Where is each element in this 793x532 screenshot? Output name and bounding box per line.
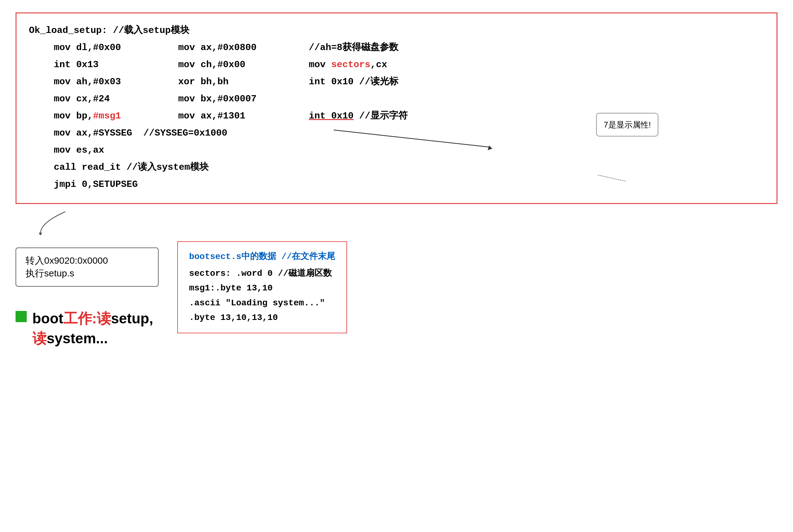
- col3-r5: int 0x10 //显示字符: [309, 108, 408, 124]
- col1-r2: int 0x13: [54, 57, 178, 73]
- boot-black: boot: [32, 310, 63, 326]
- left-callout-line1: 转入0x9020:0x0000: [25, 254, 149, 267]
- code-row-2: int 0x13 mov ch,#0x00 mov sectors,cx: [29, 57, 764, 73]
- int-0x10-display: int 0x10: [309, 111, 354, 121]
- boot-setup: setup,: [111, 310, 153, 326]
- col2-r4: mov bx,#0x0007: [178, 91, 309, 107]
- call-read-line: call read_it //读入system模块: [29, 159, 764, 175]
- jmpi-line: jmpi 0,SETUPSEG: [29, 177, 764, 192]
- code-row-1: mov dl,#0x00 mov ax,#0x0800 //ah=8获得磁盘参数: [29, 40, 764, 56]
- col1-r4: mov cx,#24: [54, 91, 178, 107]
- callout-7-box: 7是显示属性!: [596, 113, 658, 136]
- main-code-block: Ok_load_setup: //载入setup模块 mov dl,#0x00 …: [16, 13, 777, 204]
- bottom-section: 转入0x9020:0x0000 执行setup.s boot工作:读setup,…: [16, 216, 777, 348]
- data-box-line1: sectors: .word 0 //磁道扇区数: [189, 266, 335, 281]
- col3-r3: int 0x10 //读光标: [309, 74, 398, 90]
- col2-r5: mov ax,#1301: [178, 108, 309, 124]
- data-box-line4: .byte 13,10,13,10: [189, 310, 335, 325]
- svg-marker-3: [39, 232, 42, 235]
- data-box: bootsect.s中的数据 //在文件末尾 sectors: .word 0 …: [177, 241, 347, 333]
- green-square-icon: [16, 311, 27, 322]
- code-row-4: mov cx,#24 mov bx,#0x0007: [29, 91, 764, 107]
- boot-bullet-text: boot工作:读setup, 读system...: [32, 308, 153, 348]
- col1-r3: mov ah,#0x03: [54, 74, 178, 90]
- col2-r3: xor bh,bh: [178, 74, 309, 90]
- sectors-keyword: sectors: [331, 59, 371, 70]
- left-callout-line2: 执行setup.s: [25, 267, 149, 280]
- data-box-title: bootsect.s中的数据 //在文件末尾: [189, 249, 335, 264]
- col3-r2: mov sectors,cx: [309, 57, 387, 73]
- col3-r1: //ah=8获得磁盘参数: [309, 40, 398, 56]
- col1-r1: mov dl,#0x00: [54, 40, 178, 56]
- callout-7-text: 7是显示属性!: [604, 120, 651, 129]
- left-callout-box: 转入0x9020:0x0000 执行setup.s: [16, 247, 158, 287]
- jmpi-arrow: [16, 210, 109, 235]
- label-line: Ok_load_setup: //载入setup模块: [29, 23, 764, 39]
- msg1-keyword: #msg1: [93, 111, 121, 121]
- data-box-line3: .ascii "Loading system...": [189, 296, 335, 311]
- boot-bullet: boot工作:读setup, 读system...: [16, 308, 158, 348]
- boot-red2: 读: [32, 330, 46, 346]
- col2-r1: mov ax,#0x0800: [178, 40, 309, 56]
- left-side: 转入0x9020:0x0000 执行setup.s boot工作:读setup,…: [16, 216, 158, 348]
- data-box-line2: msg1:.byte 13,10: [189, 281, 335, 296]
- col1-r5: mov bp,#msg1: [54, 108, 178, 124]
- code-row-3: mov ah,#0x03 xor bh,bh int 0x10 //读光标: [29, 74, 764, 90]
- es-line: mov es,ax: [29, 142, 764, 158]
- boot-system: system...: [46, 330, 108, 346]
- col2-r2: mov ch,#0x00: [178, 57, 309, 73]
- boot-red1: 工作:读: [63, 310, 111, 326]
